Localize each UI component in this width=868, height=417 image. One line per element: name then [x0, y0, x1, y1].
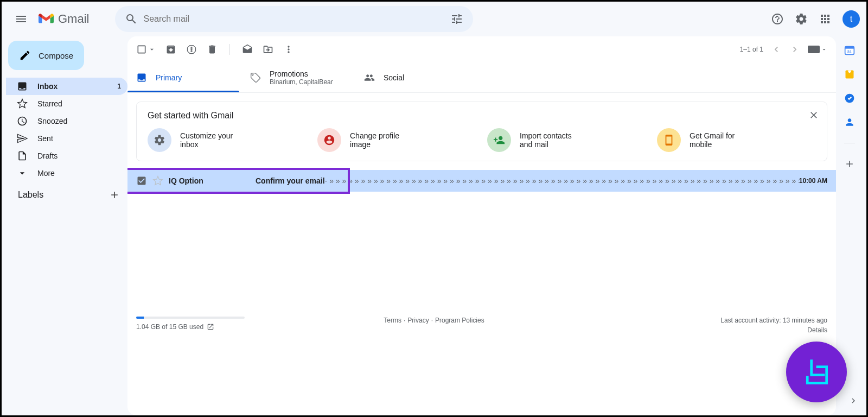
getstarted-title: Get started with Gmail: [148, 111, 816, 121]
help-icon: [771, 12, 784, 26]
policies-link[interactable]: Program Policies: [435, 317, 484, 324]
tab-social[interactable]: Social: [355, 62, 469, 92]
getstarted-close-button[interactable]: [807, 109, 820, 122]
storage-info: 1.04 GB of 15 GB used: [136, 317, 245, 334]
keep-app-icon[interactable]: [844, 69, 855, 80]
search-options-button[interactable]: [445, 7, 469, 31]
terms-link[interactable]: Terms: [384, 317, 401, 324]
search-bar[interactable]: [115, 6, 473, 32]
search-input[interactable]: [143, 14, 445, 24]
sidebar-item-inbox[interactable]: Inbox 1: [6, 78, 127, 95]
apps-button[interactable]: [814, 8, 836, 30]
archive-button[interactable]: [165, 44, 176, 55]
svg-rect-0: [808, 46, 820, 53]
storage-text: 1.04 GB of 15 GB used: [136, 323, 203, 331]
email-row[interactable]: IQ Option Confirm your email - » » » » »…: [127, 170, 836, 192]
open-in-new-icon[interactable]: [207, 323, 214, 331]
sidebar-item-label: Sent: [37, 134, 53, 143]
calendar-app-icon[interactable]: 31: [844, 45, 855, 56]
gs-card-label: Change profile image: [350, 131, 415, 149]
chevron-right-icon: [789, 44, 800, 55]
svg-text:31: 31: [847, 49, 852, 54]
send-icon: [17, 133, 28, 144]
dropdown-icon: [821, 46, 827, 53]
add-addon-button[interactable]: [844, 159, 855, 169]
gmail-logo[interactable]: Gmail: [39, 12, 100, 26]
sidebar-item-starred[interactable]: Starred: [6, 95, 127, 112]
checkbox-icon: [136, 44, 147, 55]
main-menu-button[interactable]: [8, 6, 34, 32]
compose-label: Compose: [39, 51, 73, 60]
hamburger-icon: [15, 12, 28, 26]
input-tools-button[interactable]: [808, 46, 827, 53]
gs-card-customize[interactable]: Customize your inbox: [148, 128, 307, 152]
hide-panel-button[interactable]: [848, 396, 858, 407]
report-spam-button[interactable]: [186, 44, 197, 55]
footer-activity: Last account activity: 13 minutes ago De…: [720, 317, 827, 334]
star-icon: [17, 98, 28, 109]
tab-label: Social: [384, 73, 404, 82]
support-button[interactable]: [767, 8, 788, 30]
sidebar-item-label: More: [37, 169, 55, 178]
settings-button[interactable]: [790, 8, 812, 30]
gs-card-label: Customize your inbox: [180, 131, 245, 149]
inbox-icon: [17, 81, 28, 92]
tab-primary[interactable]: Primary: [127, 62, 241, 92]
tasks-app-icon[interactable]: [844, 93, 855, 104]
svg-rect-2: [845, 47, 854, 49]
next-page-button[interactable]: [789, 44, 800, 55]
sidebar-item-label: Inbox: [37, 82, 58, 91]
dropdown-icon: [148, 46, 156, 53]
tab-promotions[interactable]: Promotions Binarium, CapitalBear: [241, 62, 355, 92]
tab-label: Primary: [156, 73, 182, 82]
gs-card-label: Get Gmail for mobile: [690, 131, 755, 149]
people-icon: [364, 72, 375, 83]
gs-card-label: Import contacts and mail: [520, 131, 585, 149]
select-all-checkbox[interactable]: [136, 44, 156, 55]
mark-read-button[interactable]: [242, 44, 253, 55]
tune-icon: [450, 12, 463, 26]
privacy-link[interactable]: Privacy: [407, 317, 429, 324]
tab-label: Promotions: [270, 70, 333, 78]
tag-icon: [250, 72, 261, 83]
account-avatar[interactable]: t: [843, 10, 860, 28]
pagination-range: 1–1 of 1: [740, 46, 763, 53]
sidebar-item-more[interactable]: More: [6, 165, 127, 182]
star-button[interactable]: [152, 175, 163, 186]
search-button[interactable]: [119, 7, 143, 31]
search-icon: [125, 12, 138, 26]
tab-sublabel: Binarium, CapitalBear: [270, 78, 333, 86]
content: 1–1 of 1 Primary Promotions Binarium, Ca…: [127, 36, 836, 415]
getstarted-card: Get started with Gmail Customize your in…: [136, 102, 827, 161]
sidebar-item-sent[interactable]: Sent: [6, 130, 127, 147]
email-checkbox[interactable]: [136, 175, 147, 186]
person-add-icon: [493, 134, 505, 146]
keyboard-icon: [808, 46, 820, 53]
floating-action-button[interactable]: [786, 342, 847, 402]
labels-title: Labels: [18, 190, 43, 200]
email-snippet: - » » » » » » » » » » » » » » » » » » » …: [325, 176, 799, 185]
more-button[interactable]: [283, 44, 294, 55]
add-label-button[interactable]: [109, 189, 120, 200]
details-link[interactable]: Details: [807, 326, 827, 334]
delete-button[interactable]: [207, 44, 218, 55]
rail-separator: [844, 143, 855, 143]
email-subject: Confirm your email: [256, 176, 325, 185]
phone-icon: [663, 134, 675, 146]
compose-button[interactable]: Compose: [8, 41, 84, 70]
sidebar-item-snoozed[interactable]: Snoozed: [6, 112, 127, 130]
primary-icon: [136, 72, 147, 83]
gs-card-mobile[interactable]: Get Gmail for mobile: [657, 128, 816, 152]
toolbar: 1–1 of 1: [127, 36, 836, 62]
gs-card-import[interactable]: Import contacts and mail: [487, 128, 646, 152]
chevron-left-icon: [771, 44, 782, 55]
close-icon: [808, 110, 819, 121]
gs-card-profile[interactable]: Change profile image: [317, 128, 476, 152]
prev-page-button[interactable]: [771, 44, 782, 55]
sidebar-item-drafts[interactable]: Drafts: [6, 147, 127, 165]
contacts-app-icon[interactable]: [844, 117, 855, 128]
chevron-down-icon: [17, 168, 28, 179]
sidebar-item-label: Snoozed: [37, 117, 67, 125]
move-to-button[interactable]: [263, 44, 273, 55]
activity-text: Last account activity: 13 minutes ago: [720, 317, 827, 324]
